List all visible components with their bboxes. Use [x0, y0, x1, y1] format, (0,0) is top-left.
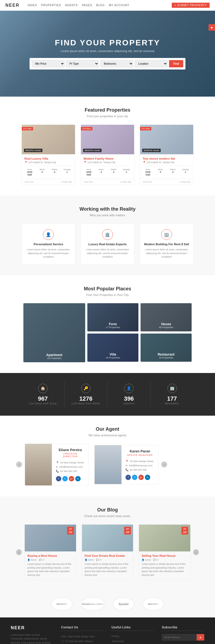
blog-meta-0: 👤 Admin 💬 17 [27, 559, 73, 561]
footer-contact-title: Contact Us [61, 625, 103, 631]
footer-about-col: NEER Lorem ipsum dolor sit amet, consect… [11, 625, 53, 644]
agent-body-1: Karen Paran OFFICE MANAGER 📍 44 New Desi… [121, 445, 158, 484]
agent-googleplus-0[interactable]: g+ [69, 476, 74, 481]
nav-blog[interactable]: BLOG [96, 4, 105, 7]
blog-date-badge-0: 17 Jul [67, 527, 74, 535]
blog-post-title-2[interactable]: Selling Your Real House [142, 554, 188, 557]
hero-content: FIND YOUR PROPERTY Lorem ipsum dolor sit… [30, 38, 185, 69]
agent-linkedin-0[interactable]: in [75, 476, 81, 481]
blog-prev-button[interactable]: ‹ [16, 549, 22, 555]
blog-image-1: 27 Jul [82, 525, 133, 551]
hero-tab[interactable]: ● [209, 24, 215, 31]
stat-beds-0: Beds 3 [37, 168, 48, 176]
agent-linkedin-1[interactable]: in [145, 475, 150, 480]
agent-card-0: Eliane Pereira CREATIVE DIRECTOR 📍 44 Ne… [25, 444, 89, 486]
property-title-2[interactable]: Two storey modern flat [143, 157, 191, 160]
place-title-4: Restaurant [143, 353, 189, 356]
stat-icon-2: 👤 [124, 384, 134, 393]
bedrooms-select[interactable]: Bedrooms [100, 60, 133, 67]
agent-card-1: Karen Paran OFFICE MANAGER 📍 44 New Desi… [94, 445, 159, 485]
working-grid: 👤 Personalized Service Lorem ipsum dolor… [16, 224, 199, 265]
blog-image-2: 17 Jul [139, 525, 190, 551]
place-card-2[interactable]: House 48 Properties [141, 303, 192, 331]
navbar-brand: NEER [5, 3, 19, 8]
place-card-1[interactable]: Form 17 Properties [87, 303, 138, 331]
blog-post-title-0[interactable]: Buying a Best House [27, 554, 73, 557]
agents-prev-button[interactable]: ‹ [16, 462, 22, 467]
blog-meta-2: 👤 Admin 💬 17 [142, 559, 188, 561]
footer-link-1[interactable]: Testimonial [112, 640, 124, 643]
footer-links-list: Privacy Testimonial Services Contact Us … [112, 634, 154, 644]
agent-photo-0 [25, 444, 52, 486]
blog-section: Our Blog Check out some recent news post… [0, 496, 215, 591]
property-body-1: Modern Family Home 📍 123 Kathal St. Tamp… [81, 154, 134, 179]
blog-next-button[interactable]: › [193, 549, 199, 555]
footer-links-title: Useful Links [112, 625, 154, 631]
place-card-3[interactable]: Villa 19 Properties [87, 334, 138, 362]
working-icon-1: 🏛️ [102, 229, 113, 240]
footer: NEER Lorem ipsum dolor sit amet, consect… [0, 617, 215, 644]
property-type-select[interactable]: Pr Type [66, 60, 99, 67]
property-title-1[interactable]: Modern Family Home [84, 157, 131, 160]
agent-facebook-1[interactable]: f [126, 475, 131, 480]
place-card-0[interactable]: Apartment 16 Properties [23, 303, 85, 362]
stat-label-2: AGENTS [113, 402, 145, 405]
blog-body-2: Selling Your Real House 👤 Admin 💬 17 Lor… [139, 551, 190, 580]
stat-label-1: LISTINGS FOR RENT [70, 402, 102, 405]
nav-agents[interactable]: AGENTS [65, 4, 78, 7]
agent-role-0: CREATIVE DIRECTOR [56, 452, 85, 458]
property-address-0: 📍 123 Kathal St. Tampa City [24, 161, 72, 164]
nav-pages[interactable]: PAGES [82, 4, 92, 7]
footer-link-0[interactable]: Privacy [112, 635, 120, 638]
property-tag-0: For Sale [22, 127, 33, 130]
agent-twitter-0[interactable]: t [62, 476, 68, 481]
agent-twitter-1[interactable]: t [132, 475, 137, 480]
property-stats-2: Area 1600 Sqft Beds 3 Baths 2 Garage 1 [143, 166, 191, 176]
navbar-right: + SUBMIT PROPERTY [172, 3, 210, 8]
agents-title: Our Agent [16, 426, 199, 432]
footer-subscribe-col: Subscribe ➤ [162, 625, 204, 644]
min-price-select[interactable]: Min Price [32, 60, 65, 67]
location-select[interactable]: Location [135, 60, 168, 67]
footer-contact-items: 3/26 - Main Road, Design Town +1 777 000… [61, 634, 103, 644]
agent-facebook-0[interactable]: f [56, 476, 61, 481]
submit-property-button[interactable]: + SUBMIT PROPERTY [172, 3, 210, 8]
subscribe-button[interactable]: ➤ [197, 634, 204, 641]
agent-googleplus-1[interactable]: g+ [138, 475, 144, 480]
place-card-4[interactable]: Restaurant 16 Properties [141, 334, 192, 362]
stat-item-0: 🏠 967 LISTINGS FOR SALE [22, 381, 64, 408]
stat-garage-0: Garage 1 [62, 168, 73, 176]
blog-text-0: Lorem ipsum is simply dummy text of the … [27, 562, 73, 577]
working-card-1: 🏛️ Luxury Real Estate Experts Lorem ipsu… [81, 224, 134, 265]
property-badge-0: $600/Per month [24, 149, 42, 152]
subscribe-email-input[interactable] [162, 634, 197, 641]
place-title-0: Apartment [26, 353, 83, 357]
agents-grid: Eliane Pereira CREATIVE DIRECTOR 📍 44 Ne… [25, 444, 159, 486]
property-card-1: For Rent $800/Per month Modern Family Ho… [81, 125, 134, 185]
post-date-2: 5 Days Ago [180, 181, 191, 183]
nav-properties[interactable]: PROPERTIES [41, 4, 61, 7]
agents-next-button[interactable]: › [161, 462, 167, 467]
blog-post-title-1[interactable]: Find Your Dream Real Estate [85, 554, 131, 557]
place-count-2: 48 Properties [143, 326, 189, 329]
post-date-0: 6 Days Ago [61, 181, 72, 183]
place-title-1: Form [90, 322, 136, 326]
working-icon-2: 🏢 [161, 229, 172, 240]
blog-body-0: Buying a Best House 👤 Admin 💬 17 Lorem i… [25, 551, 76, 580]
footer-links-col: Useful Links Privacy Testimonial Service… [112, 625, 154, 644]
footer-about-text: Lorem ipsum dolor sit amet, consectetur … [11, 633, 53, 644]
navbar: NEER INDEX PROPERTIES AGENTS PAGES BLOG … [0, 0, 215, 11]
property-body-2: Two storey modern flat 📍 123 Kathal St. … [140, 154, 193, 179]
property-title-0[interactable]: Real Luxury Villa [24, 157, 72, 160]
hero-search-bar: Min Price Pr Type Bedrooms Location Find [30, 58, 185, 69]
property-image-1: For Rent $800/Per month [81, 125, 134, 154]
stat-number-2: 396 [113, 395, 145, 402]
footer-subscribe-title: Subscribe [162, 625, 204, 631]
blog-text-2: Lorem ipsum is simply dummy text of the … [142, 562, 188, 577]
blog-text-1: Lorem ipsum is simply dummy text of the … [85, 562, 131, 577]
blog-wrapper: ‹ 17 Jul Buying a Best House 👤 Admin 💬 1… [16, 524, 199, 580]
nav-index[interactable]: INDEX [27, 4, 37, 7]
nav-account[interactable]: MY ACCOUNT [109, 4, 130, 7]
search-button[interactable]: Find [169, 60, 183, 67]
stat-icon-1: 🔑 [81, 384, 91, 393]
